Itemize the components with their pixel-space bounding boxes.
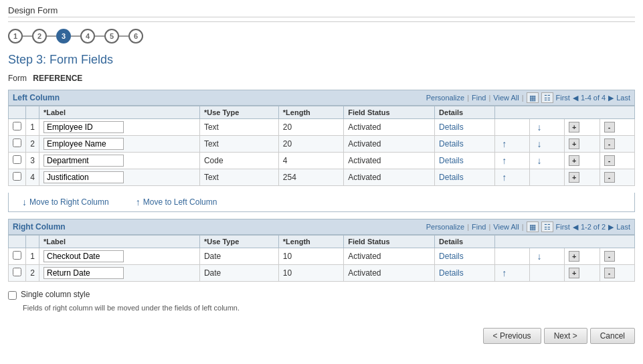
row-length: 10 (278, 265, 343, 282)
label-input[interactable] (43, 267, 124, 279)
add-button[interactable]: + (569, 139, 579, 149)
down-arrow-icon[interactable]: ↓ (534, 139, 545, 149)
remove-button[interactable]: - (604, 268, 615, 278)
details-link[interactable]: Details (439, 268, 464, 278)
right-first-link[interactable]: First (556, 223, 570, 231)
left-th-field-status: Field Status (344, 106, 435, 119)
row-checkbox[interactable] (13, 251, 21, 260)
details-link[interactable]: Details (439, 122, 464, 132)
step-5[interactable]: 5 (104, 29, 119, 43)
right-th-label: *Label (39, 236, 200, 248)
right-grid-icon[interactable]: ☷ (541, 221, 553, 232)
row-remove-cell: - (600, 248, 634, 265)
step-2[interactable]: 2 (32, 29, 47, 43)
row-remove-cell: - (600, 265, 634, 282)
move-right-label: Move to Right Column (29, 197, 109, 207)
row-length: 10 (278, 248, 343, 265)
details-link[interactable]: Details (439, 139, 464, 149)
right-table-row: 2 Date 10 Activated Details ↑ + - (9, 265, 635, 282)
row-checkbox[interactable] (13, 122, 21, 130)
form-value: REFERENCE (33, 74, 82, 83)
row-details: Details (435, 119, 495, 136)
row-num: 4 (26, 169, 39, 186)
previous-button[interactable]: < Previous (483, 328, 541, 344)
label-input[interactable] (43, 250, 124, 262)
left-first-link[interactable]: First (556, 94, 570, 102)
right-last-link[interactable]: Last (616, 223, 630, 231)
remove-button[interactable]: - (604, 155, 615, 166)
row-down-cell (530, 265, 565, 282)
right-prev-page[interactable]: ◀ (573, 223, 578, 232)
row-status: Activated (344, 248, 435, 265)
up-arrow-icon[interactable]: ↑ (499, 268, 510, 278)
cancel-button[interactable]: Cancel (590, 328, 635, 344)
step-3[interactable]: 3 (56, 29, 71, 43)
up-arrow-icon[interactable]: ↑ (499, 139, 510, 149)
single-col-checkbox[interactable] (8, 291, 17, 300)
add-button[interactable]: + (569, 172, 579, 183)
left-next-page[interactable]: ▶ (608, 94, 614, 102)
add-button[interactable]: + (569, 122, 579, 132)
label-input[interactable] (43, 138, 124, 150)
label-input[interactable] (43, 171, 124, 183)
right-export-icon[interactable]: ▦ (527, 221, 539, 232)
row-add-cell: + (565, 136, 600, 153)
add-button[interactable]: + (569, 251, 579, 262)
row-status: Activated (344, 136, 435, 153)
up-arrow-icon[interactable]: ↑ (499, 155, 510, 166)
move-left-label: Move to Left Column (143, 197, 217, 207)
right-next-page[interactable]: ▶ (608, 223, 614, 232)
row-label (39, 153, 200, 169)
add-button[interactable]: + (569, 268, 579, 278)
remove-button[interactable]: - (604, 139, 615, 149)
down-arrow-icon[interactable]: ↓ (534, 251, 545, 262)
row-checkbox[interactable] (13, 268, 21, 276)
row-checkbox-cell (9, 265, 26, 282)
row-add-cell: + (565, 248, 600, 265)
right-column-header: Right Column Personalize | Find | View A… (8, 219, 635, 235)
down-arrow-icon[interactable]: ↓ (534, 155, 545, 166)
left-view-all-link[interactable]: View All (493, 94, 519, 102)
left-find-link[interactable]: Find (472, 94, 486, 102)
row-remove-cell: - (600, 153, 634, 169)
right-th-length: *Length (278, 236, 343, 248)
row-checkbox[interactable] (13, 139, 21, 147)
right-view-all-link[interactable]: View All (493, 223, 519, 231)
row-down-cell: ↓ (530, 153, 565, 169)
details-link[interactable]: Details (439, 156, 464, 165)
row-use-type: Date (199, 248, 278, 265)
row-details: Details (435, 136, 495, 153)
move-left-btn[interactable]: ↑ Move to Left Column (136, 197, 217, 207)
left-last-link[interactable]: Last (616, 94, 630, 102)
label-input[interactable] (43, 121, 124, 133)
left-table-row: 4 Text 254 Activated Details ↑ + - (9, 169, 635, 186)
remove-button[interactable]: - (604, 122, 615, 132)
add-button[interactable]: + (569, 155, 579, 166)
details-link[interactable]: Details (439, 173, 464, 182)
step-6[interactable]: 6 (128, 29, 143, 43)
left-table-row: 2 Text 20 Activated Details ↑ ↓ + - (9, 136, 635, 153)
left-export-icon[interactable]: ▦ (527, 92, 539, 103)
left-grid-icon[interactable]: ☷ (541, 92, 553, 103)
right-personalize-link[interactable]: Personalize (426, 223, 464, 231)
row-checkbox[interactable] (13, 155, 21, 164)
left-personalize-link[interactable]: Personalize (426, 94, 464, 102)
details-link[interactable]: Details (439, 252, 464, 261)
remove-button[interactable]: - (604, 172, 615, 183)
down-arrow-icon[interactable]: ↓ (534, 122, 545, 132)
right-find-link[interactable]: Find (472, 223, 486, 231)
row-status: Activated (344, 169, 435, 186)
remove-button[interactable]: - (604, 251, 615, 262)
label-input[interactable] (43, 155, 124, 167)
move-right-btn[interactable]: ↓ Move to Right Column (22, 197, 109, 207)
up-arrow-icon[interactable]: ↑ (499, 172, 510, 183)
row-checkbox[interactable] (13, 172, 21, 181)
row-num: 1 (26, 119, 39, 136)
right-pagination: 1-2 of 2 (581, 223, 606, 231)
next-button[interactable]: Next > (544, 328, 587, 344)
row-add-cell: + (565, 119, 600, 136)
left-prev-page[interactable]: ◀ (573, 94, 578, 102)
step-4[interactable]: 4 (80, 29, 95, 43)
step-1[interactable]: 1 (8, 29, 23, 43)
row-num: 2 (26, 265, 39, 282)
